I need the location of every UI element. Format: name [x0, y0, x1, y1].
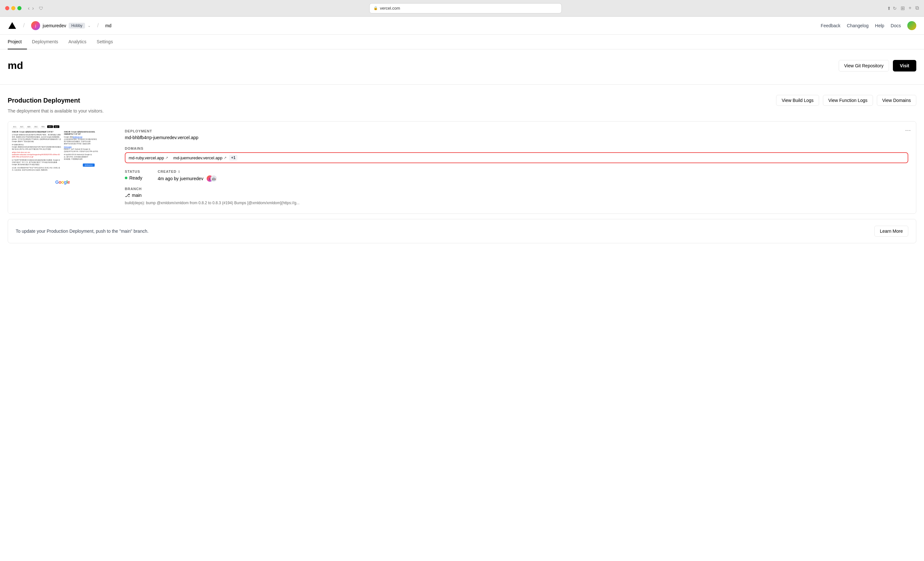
- avatar: j: [31, 21, 40, 30]
- created-value: 4m ago by juemuredev j 🤖: [158, 175, 217, 182]
- external-link-icon-2: ↗: [224, 156, 226, 160]
- feedback-link[interactable]: Feedback: [821, 23, 840, 28]
- status-value: Ready: [125, 175, 142, 181]
- domain-2[interactable]: md-juemuredev.vercel.app ↗: [173, 156, 226, 160]
- view-build-logs-button[interactable]: View Build Logs: [776, 95, 819, 106]
- browser-right-icons: ⬆ ↻: [887, 6, 897, 11]
- branch-value: ⎇ main: [125, 193, 908, 198]
- status-group: STATUS Ready: [125, 170, 142, 182]
- user-avatar-header[interactable]: [908, 21, 916, 30]
- shield-icon: 🛡: [38, 5, 44, 12]
- docs-link[interactable]: Docs: [891, 23, 901, 28]
- git-icon: ⎇: [125, 193, 130, 198]
- sidebar-toggle-icon[interactable]: ⊞: [901, 5, 905, 11]
- view-git-repo-button[interactable]: View Git Repository: [838, 60, 889, 72]
- address-bar[interactable]: 🔒 vercel.com: [369, 3, 562, 13]
- vercel-logo[interactable]: [8, 21, 16, 30]
- visit-button[interactable]: Visit: [893, 60, 916, 72]
- browser-controls: ‹ ›: [28, 6, 34, 11]
- preview-toolbar: 标注格式编辑测试帮助 保存 提交: [12, 125, 113, 128]
- view-function-logs-button[interactable]: View Function Logs: [823, 95, 873, 106]
- learn-more-button[interactable]: Learn More: [874, 226, 908, 236]
- domain-2-text: md-juemuredev.vercel.app: [173, 156, 222, 160]
- commit-message: build(deps): bump @xmldom/xmldom from 0.…: [125, 200, 908, 206]
- page-content: md View Git Repository Visit Production …: [0, 49, 924, 254]
- production-section-header: Production Deployment View Build Logs Vi…: [8, 95, 916, 106]
- browser-chrome: ‹ › 🛡 🔒 vercel.com ⬆ ↻ ⊞ + ⧉: [0, 0, 924, 16]
- lock-icon: 🔒: [374, 6, 378, 10]
- branch-label: BRANCH: [125, 187, 908, 191]
- breadcrumb-separator: /: [23, 22, 25, 29]
- deployment-info: ⋯ DEPLOYMENT md-bhbfb4rrp-juemuredev.ver…: [117, 121, 916, 214]
- status-created-row: STATUS Ready CREATED ℹ 4m ago by juemure…: [125, 170, 908, 182]
- address-text: vercel.com: [380, 6, 400, 10]
- new-tab-icon[interactable]: +: [909, 5, 912, 11]
- domains-label: DOMAINS: [125, 147, 908, 150]
- domains-wrapper: md-ruby.vercel.app ↗ md-juemuredev.verce…: [125, 152, 908, 163]
- section-actions: View Build Logs View Function Logs View …: [776, 95, 916, 106]
- changelog-link[interactable]: Changelog: [847, 23, 869, 28]
- maximize-dot[interactable]: [17, 6, 21, 10]
- section-title: Production Deployment: [8, 97, 80, 104]
- update-bar: To update your Production Deployment, pu…: [8, 219, 916, 243]
- update-text: To update your Production Deployment, pu…: [16, 229, 148, 234]
- breadcrumb-separator-2: /: [97, 22, 99, 29]
- domain-1[interactable]: md-ruby.vercel.app ↗: [129, 156, 168, 160]
- hobby-badge: Hobby: [69, 23, 85, 28]
- tab-deployments[interactable]: Deployments: [27, 34, 63, 49]
- created-label: CREATED ℹ: [158, 170, 217, 174]
- created-group: CREATED ℹ 4m ago by juemuredev j 🤖: [158, 170, 217, 182]
- preview-content: 标注格式编辑测试帮助 保存 提交 示例文章: Google 提高的自动补全功能怎…: [8, 121, 117, 214]
- status-label: STATUS: [125, 170, 142, 174]
- plus-badge[interactable]: +1: [229, 155, 237, 161]
- browser-dots: [5, 6, 21, 10]
- nav-tabs: Project Deployments Analytics Settings: [0, 34, 924, 49]
- back-button[interactable]: ‹: [28, 6, 30, 11]
- domain-1-text: md-ruby.vercel.app: [129, 156, 164, 160]
- user-badge[interactable]: j juemuredev Hobby ⌄: [31, 21, 91, 30]
- deployment-card: 标注格式编辑测试帮助 保存 提交 示例文章: Google 提高的自动补全功能怎…: [8, 121, 916, 214]
- app-header: / j juemuredev Hobby ⌄ / md Feedback Cha…: [0, 16, 924, 34]
- help-link[interactable]: Help: [875, 23, 884, 28]
- forward-button[interactable]: ›: [32, 6, 34, 11]
- section-subtitle: The deployment that is available to your…: [8, 108, 916, 114]
- minimize-dot[interactable]: [11, 6, 15, 10]
- tabs-icon[interactable]: ⧉: [915, 5, 919, 11]
- tab-settings[interactable]: Settings: [92, 34, 118, 49]
- status-dot: [125, 177, 128, 179]
- deployment-url: md-bhbfb4rrp-juemuredev.vercel.app: [125, 135, 908, 140]
- project-title: md: [8, 60, 23, 72]
- tab-analytics[interactable]: Analytics: [63, 34, 92, 49]
- browser-actions: ⊞ + ⧉: [901, 5, 919, 11]
- deployment-label: DEPLOYMENT: [125, 129, 908, 133]
- share-icon[interactable]: ⬆: [887, 6, 891, 11]
- vercel-triangle-icon: [8, 22, 16, 29]
- view-domains-button[interactable]: View Domains: [877, 95, 916, 106]
- project-header-actions: View Git Repository Visit: [838, 60, 916, 72]
- bot-avatar: 🤖: [210, 175, 217, 182]
- tab-project[interactable]: Project: [8, 34, 27, 49]
- refresh-icon[interactable]: ↻: [893, 6, 897, 11]
- preview-google: Google: [12, 180, 113, 185]
- status-text: Ready: [129, 175, 142, 181]
- created-time-text: 4m ago by juemuredev: [158, 176, 203, 181]
- project-breadcrumb: md: [105, 23, 111, 28]
- info-icon: ℹ: [178, 170, 180, 174]
- user-name: juemuredev: [43, 23, 66, 28]
- branch-name: main: [132, 193, 141, 198]
- branch-row: BRANCH ⎇ main build(deps): bump @xmldom/…: [125, 187, 908, 206]
- header-right: Feedback Changelog Help Docs: [821, 21, 916, 30]
- external-link-icon-1: ↗: [165, 156, 168, 160]
- close-dot[interactable]: [5, 6, 9, 10]
- deployment-preview: 标注格式编辑测试帮助 保存 提交 示例文章: Google 提高的自动补全功能怎…: [8, 121, 117, 214]
- chevron-down-icon: ⌄: [88, 23, 91, 28]
- divider: [0, 84, 924, 85]
- project-header: md View Git Repository Visit: [8, 60, 916, 72]
- deployment-menu-button[interactable]: ⋯: [905, 127, 911, 134]
